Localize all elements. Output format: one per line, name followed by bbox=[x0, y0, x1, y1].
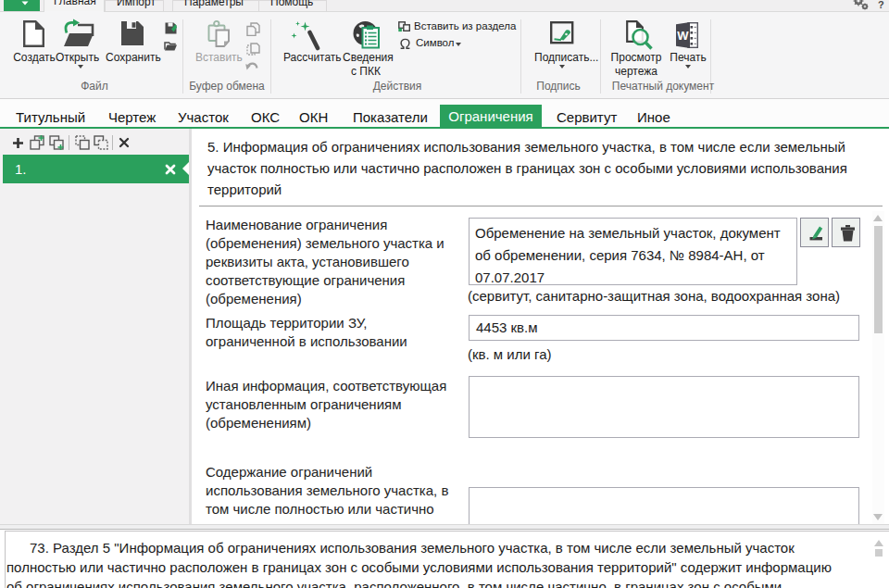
svg-text:?: ? bbox=[878, 0, 884, 10]
svg-text:W: W bbox=[677, 29, 689, 43]
